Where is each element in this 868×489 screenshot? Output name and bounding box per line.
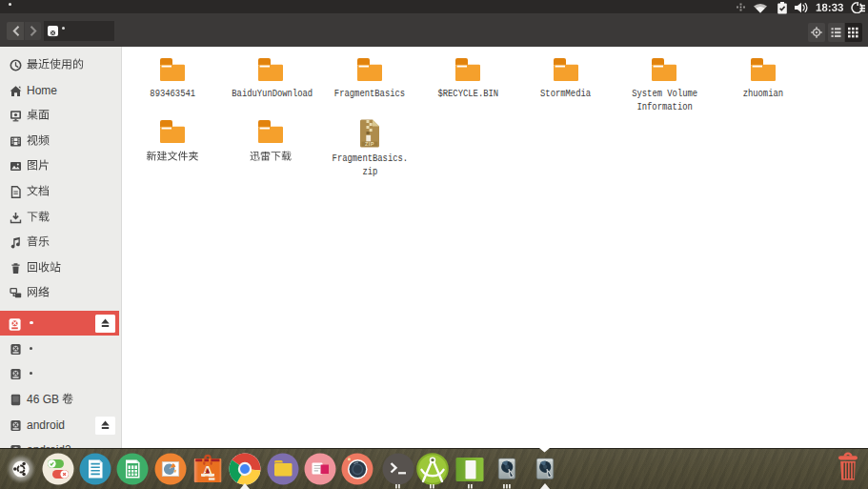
svg-text:ZIP: ZIP [365, 141, 374, 147]
